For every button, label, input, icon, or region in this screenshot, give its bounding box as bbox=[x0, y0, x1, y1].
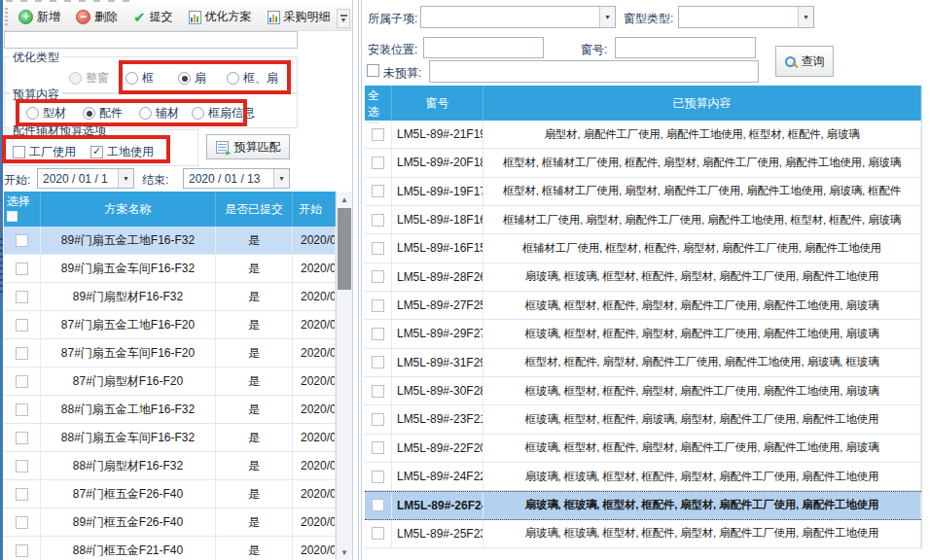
toolbar-overflow-button[interactable]: ▼ bbox=[337, 9, 350, 28]
window-budget-row[interactable]: LM5L-89#-29F27框玻璃, 框型材, 框配件, 扇型材, 扇配件工厂使… bbox=[365, 320, 921, 348]
add-button[interactable]: + 新增 bbox=[12, 5, 67, 29]
window-budget-row[interactable]: LM5L-89#-20F18框型材, 框辅材工厂使用, 框配件, 扇型材, 扇配… bbox=[365, 149, 921, 177]
row-checkbox[interactable] bbox=[372, 299, 384, 312]
no-budget-checkbox[interactable] bbox=[367, 64, 379, 77]
install-position-input[interactable] bbox=[423, 37, 544, 58]
scroll-up-arrow-icon[interactable]: ▲ bbox=[337, 192, 352, 207]
window-budget-row[interactable]: LM5L-89#-19F17框型材, 框辅材工厂使用, 扇型材, 扇配件工厂使用… bbox=[365, 178, 921, 206]
row-checkbox[interactable] bbox=[372, 270, 384, 283]
row-checkbox[interactable] bbox=[16, 488, 28, 501]
radio-option-frame-sash-info[interactable]: 框扇信息 bbox=[192, 105, 255, 122]
plan-header-submitted[interactable]: 是否已提交 bbox=[216, 192, 293, 227]
row-checkbox[interactable] bbox=[372, 499, 384, 511]
row-checkbox[interactable] bbox=[372, 471, 384, 483]
submit-button[interactable]: ✔ 提交 bbox=[126, 5, 180, 29]
window-budget-row[interactable]: LM5L-89#-16F15框辅材工厂使用, 框型材, 框配件, 扇型材, 扇配… bbox=[365, 234, 921, 262]
window-budget-row[interactable]: LM5L-89#-22F20框玻璃, 框型材, 框配件, 扇型材, 扇配件工厂使… bbox=[365, 435, 921, 463]
row-checkbox[interactable] bbox=[16, 234, 28, 247]
radio-icon[interactable] bbox=[227, 72, 239, 85]
radio-icon[interactable] bbox=[192, 107, 204, 120]
row-checkbox[interactable] bbox=[372, 527, 384, 540]
window-budget-row[interactable]: LM5L-89#-28F26扇玻璃, 框玻璃, 框型材, 框配件, 扇型材, 扇… bbox=[365, 263, 921, 292]
row-checkbox[interactable] bbox=[16, 262, 28, 275]
plan-row[interactable]: 88#门扇五金工地F16-F32是2020/0 bbox=[4, 396, 336, 424]
row-checkbox[interactable] bbox=[16, 347, 28, 360]
chevron-down-icon[interactable]: ▼ bbox=[118, 169, 133, 188]
row-checkbox[interactable] bbox=[16, 403, 28, 416]
plan-row[interactable]: 88#门扇型材F16-F32是2020/0 bbox=[4, 452, 336, 480]
query-button[interactable]: 查询 bbox=[775, 46, 834, 77]
radio-option-sash[interactable]: 扇 bbox=[178, 70, 206, 87]
plan-header-start[interactable]: 开始 bbox=[293, 192, 336, 227]
plan-row[interactable]: 88#门框五金F21-F40是2020/0 bbox=[4, 537, 336, 560]
window-type-combobox[interactable]: ▼ bbox=[678, 6, 814, 28]
checkbox-icon[interactable] bbox=[13, 146, 25, 158]
checkbox-site-use[interactable]: 工地使用 bbox=[90, 144, 154, 160]
window-budget-row[interactable]: LM5L-89#-27F25框玻璃, 框型材, 框配件, 扇型材, 扇配件工厂使… bbox=[365, 292, 921, 320]
plan-header-name[interactable]: 方案名称 bbox=[41, 192, 216, 227]
row-checkbox[interactable] bbox=[372, 356, 384, 368]
row-checkbox[interactable] bbox=[372, 214, 384, 227]
row-checkbox[interactable] bbox=[16, 291, 28, 303]
window-budget-row[interactable]: LM5L-89#-24F22扇玻璃, 框玻璃, 框型材, 框配件, 扇型材, 扇… bbox=[365, 463, 921, 491]
window-budget-row[interactable]: LM5L-89#-31F29框型材, 框配件, 扇型材, 扇配件工厂使用, 扇配… bbox=[365, 349, 921, 377]
no-budget-input[interactable] bbox=[429, 60, 759, 83]
radio-option-auxiliary[interactable]: 辅材 bbox=[139, 105, 179, 122]
row-checkbox[interactable] bbox=[16, 460, 28, 472]
plan-row[interactable]: 89#门扇五金工地F16-F32是2020/0 bbox=[4, 227, 336, 255]
scrollbar-thumb[interactable] bbox=[338, 208, 351, 290]
row-checkbox[interactable] bbox=[372, 385, 384, 398]
radio-icon[interactable] bbox=[26, 107, 39, 120]
window-budget-row[interactable]: LM5L-89#-30F28框玻璃, 框型材, 框配件, 扇型材, 扇配件工厂使… bbox=[365, 377, 921, 405]
plan-row[interactable]: 87#门扇五金车间F16-F20是2020/0 bbox=[4, 339, 336, 368]
plan-row[interactable]: 87#门框五金F26-F40是2020/0 bbox=[4, 480, 336, 508]
window-budget-row[interactable]: LM5L-89#-25F23扇玻璃, 框玻璃, 框型材, 框配件, 扇型材, 扇… bbox=[365, 520, 921, 548]
splitter-grip-dots[interactable] bbox=[0, 238, 3, 297]
scroll-down-arrow-icon[interactable]: ▼ bbox=[337, 544, 352, 560]
row-checkbox[interactable] bbox=[372, 157, 384, 169]
row-checkbox[interactable] bbox=[16, 544, 28, 557]
radio-icon[interactable] bbox=[139, 107, 152, 120]
plan-filter-input[interactable] bbox=[4, 31, 298, 49]
radio-icon[interactable] bbox=[125, 72, 138, 85]
select-all-checkbox[interactable] bbox=[7, 211, 18, 222]
plan-row[interactable]: 89#门扇型材F16-F32是2020/0 bbox=[4, 283, 336, 311]
plan-table-scrollbar[interactable]: ▲ ▼ bbox=[336, 192, 352, 560]
window-budget-row[interactable]: LM5L-89#-23F21框玻璃, 框型材, 框配件, 扇玻璃, 扇型材, 扇… bbox=[365, 405, 921, 434]
radio-selected-icon[interactable] bbox=[83, 107, 95, 120]
row-checkbox[interactable] bbox=[16, 432, 28, 444]
toolbar-grip[interactable] bbox=[5, 8, 8, 27]
plan-row[interactable]: 87#门扇型材F16-F20是2020/0 bbox=[4, 368, 336, 396]
budget-header-window-no[interactable]: 窗号 bbox=[392, 86, 483, 121]
date-end-picker[interactable]: 2020 / 01 / 13 ▼ bbox=[183, 168, 290, 189]
optimize-plan-button[interactable]: 优化方案 bbox=[182, 5, 259, 29]
budget-header-content[interactable]: 已预算内容 bbox=[483, 86, 921, 121]
sub-item-combobox[interactable]: ▼ bbox=[420, 6, 616, 28]
date-start-picker[interactable]: 2020 / 01 / 1 ▼ bbox=[37, 168, 134, 189]
plan-row[interactable]: 89#门框五金F26-F40是2020/0 bbox=[4, 508, 336, 537]
row-checkbox[interactable] bbox=[16, 319, 28, 332]
row-checkbox[interactable] bbox=[16, 375, 28, 388]
radio-option-frame-sash[interactable]: 框、扇 bbox=[227, 70, 278, 87]
checkbox-checked-icon[interactable] bbox=[90, 146, 103, 158]
radio-selected-icon[interactable] bbox=[178, 72, 191, 85]
radio-option-frame[interactable]: 框 bbox=[125, 70, 154, 87]
checkbox-factory-use[interactable]: 工厂使用 bbox=[13, 144, 76, 160]
panel-splitter[interactable] bbox=[352, 0, 353, 560]
row-checkbox[interactable] bbox=[372, 185, 384, 197]
row-checkbox[interactable] bbox=[16, 516, 28, 529]
delete-button[interactable]: − 删除 bbox=[69, 5, 125, 29]
window-budget-row[interactable]: LM5L-89#-21F19扇型材, 扇配件工厂使用, 扇配件工地使用, 框型材… bbox=[365, 121, 921, 149]
budget-match-button[interactable]: 预算匹配 bbox=[206, 134, 290, 159]
plan-row[interactable]: 87#门扇五金工地F16-F20是2020/0 bbox=[4, 311, 336, 339]
row-checkbox[interactable] bbox=[372, 441, 384, 454]
window-no-input[interactable] bbox=[615, 37, 756, 58]
row-checkbox[interactable] bbox=[372, 328, 384, 340]
row-checkbox[interactable] bbox=[372, 128, 384, 141]
row-checkbox[interactable] bbox=[372, 413, 384, 426]
row-checkbox[interactable] bbox=[372, 242, 384, 255]
chevron-down-icon[interactable]: ▼ bbox=[798, 7, 813, 27]
plan-row[interactable]: 88#门扇五金车间F16-F32是2020/0 bbox=[4, 424, 336, 452]
window-budget-row[interactable]: LM5L-89#-18F16框辅材工厂使用, 扇型材, 扇配件工厂使用, 扇配件… bbox=[365, 206, 921, 234]
radio-option-profile[interactable]: 型材 bbox=[26, 105, 66, 122]
